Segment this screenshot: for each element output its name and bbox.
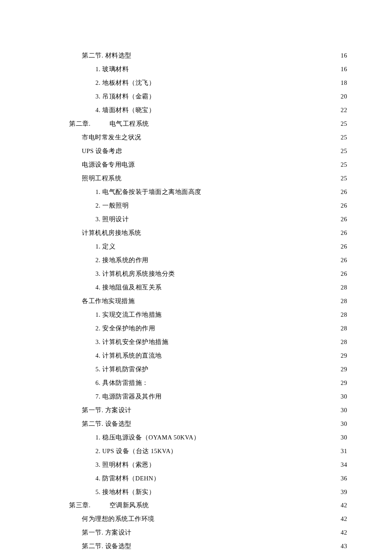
toc-page-number: 26 [341, 216, 348, 223]
toc-page-number: 25 [341, 120, 348, 127]
toc-page-number: 22 [341, 107, 348, 114]
toc-entry: 第一节. 方案设计30 [48, 407, 347, 414]
toc-entry: 2. 一般照明26 [48, 202, 347, 209]
toc-label: 计算机机房接地系统 [82, 229, 141, 237]
toc-entry: 第一节. 方案设计42 [48, 529, 347, 536]
toc-entry: 3. 照明材料（索恩）34 [48, 461, 347, 468]
toc-entry: UPS 设备考虑25 [48, 147, 347, 155]
toc-entry: 2. 接地系统的作用26 [48, 257, 347, 264]
toc-entry: 4. 防雷材料（DEHN）36 [48, 475, 347, 482]
toc-entry: 4. 墙面材料（晓宝）22 [48, 107, 347, 114]
toc-entry: 电源设备专用电源25 [48, 161, 347, 168]
toc-page-number: 26 [341, 270, 348, 278]
table-of-contents: 第二节. 材料选型161. 玻璃材料162. 地板材料（沈飞）183. 吊顶材料… [48, 52, 347, 555]
toc-label: 3. 计算机机房系统接地分类 [95, 270, 175, 278]
toc-entry: 5. 计算机防雷保护29 [48, 366, 347, 373]
toc-label: 7. 电源防雷器及其作用 [95, 393, 162, 400]
toc-page-number: 26 [341, 188, 348, 196]
toc-label: 3. 照明材料（索恩） [95, 461, 155, 468]
toc-page-number: 20 [341, 93, 348, 100]
toc-page-number: 16 [341, 66, 348, 73]
toc-label: 4. 墙面材料（晓宝） [95, 107, 155, 114]
toc-page-number: 30 [341, 393, 348, 400]
document-page: 第二节. 材料选型161. 玻璃材料162. 地板材料（沈飞）183. 吊顶材料… [0, 0, 392, 555]
toc-entry: 照明工程系统25 [48, 175, 347, 182]
toc-page-number: 28 [341, 338, 348, 346]
toc-page-number: 28 [341, 284, 348, 291]
toc-label: 5. 计算机防雷保护 [95, 366, 149, 373]
toc-page-number: 42 [341, 502, 348, 509]
toc-page-number: 29 [341, 352, 348, 359]
toc-entry: 各工作地实现措施28 [48, 298, 347, 305]
toc-page-number: 18 [341, 79, 348, 87]
toc-label: 4. 防雷材料（DEHN） [95, 475, 160, 482]
toc-entry: 7. 电源防雷器及其作用30 [48, 393, 347, 400]
toc-entry: 4. 计算机系统的直流地29 [48, 352, 347, 359]
toc-entry: 1. 定义26 [48, 243, 347, 250]
toc-label: 2. 一般照明 [95, 202, 129, 209]
toc-entry: 3. 计算机机房系统接地分类26 [48, 270, 347, 278]
toc-label: 1. 稳压电源设备（OYAMA 50KVA） [95, 434, 200, 441]
toc-entry: 何为理想的系统工作环境42 [48, 515, 347, 523]
toc-page-number: 30 [341, 420, 348, 428]
toc-page-number: 25 [341, 161, 348, 168]
toc-label: 2. UPS 设备（台达 15KVA） [95, 448, 177, 455]
toc-page-number: 29 [341, 379, 348, 387]
toc-page-number: 36 [341, 475, 348, 482]
toc-label: 6. 具体防雷措施： [95, 379, 149, 387]
toc-page-number: 28 [341, 325, 348, 332]
toc-label-tail: 电气工程系统 [110, 120, 149, 127]
toc-label: 市电时常发生之状况 [82, 134, 141, 141]
toc-entry: 5. 接地材料（新实）39 [48, 489, 347, 496]
toc-entry: 第二章.电气工程系统25 [48, 120, 347, 127]
toc-page-number: 25 [341, 175, 348, 182]
toc-label: 何为理想的系统工作环境 [82, 515, 155, 523]
toc-label: 2. 地板材料（沈飞） [95, 79, 155, 87]
toc-entry: 第二节. 材料选型16 [48, 52, 347, 59]
toc-entry: 4. 接地阻值及相互关系28 [48, 284, 347, 291]
toc-label: 1. 定义 [95, 243, 115, 250]
toc-entry: 3. 计算机安全保护地措施28 [48, 338, 347, 346]
toc-entry: 市电时常发生之状况25 [48, 134, 347, 141]
toc-page-number: 42 [341, 529, 348, 536]
toc-entry: 2. 安全保护地的作用28 [48, 325, 347, 332]
toc-page-number: 43 [341, 543, 348, 550]
toc-label: 照明工程系统 [82, 175, 121, 182]
toc-entry: 第三章.空调新风系统42 [48, 502, 347, 509]
toc-page-number: 28 [341, 298, 348, 305]
toc-entry: 1. 稳压电源设备（OYAMA 50KVA）30 [48, 434, 347, 441]
toc-page-number: 25 [341, 147, 348, 155]
toc-page-number: 31 [341, 448, 348, 455]
toc-label: 2. 安全保护地的作用 [95, 325, 155, 332]
toc-label: 1. 玻璃材料 [95, 66, 129, 73]
toc-label: 2. 接地系统的作用 [95, 257, 149, 264]
toc-label: 第二节. 材料选型 [82, 52, 132, 59]
toc-label: 3. 照明设计 [95, 216, 129, 223]
toc-label: 4. 接地阻值及相互关系 [95, 284, 162, 291]
toc-entry: 1. 实现交流工作地措施28 [48, 311, 347, 318]
toc-label: 1. 电气配备按装于墙面之离地面高度 [95, 188, 202, 196]
toc-page-number: 16 [341, 52, 348, 59]
toc-page-number: 39 [341, 489, 348, 496]
toc-entry: 计算机机房接地系统26 [48, 229, 347, 237]
toc-entry: 3. 吊顶材料（金霸）20 [48, 93, 347, 100]
toc-label: 第二章. [69, 120, 91, 127]
toc-label: 电源设备专用电源 [82, 161, 135, 168]
toc-label: 4. 计算机系统的直流地 [95, 352, 162, 359]
toc-page-number: 28 [341, 311, 348, 318]
toc-label: 5. 接地材料（新实） [95, 489, 155, 496]
toc-page-number: 30 [341, 407, 348, 414]
toc-entry: 第二节. 设备选型30 [48, 420, 347, 428]
toc-page-number: 34 [341, 461, 348, 468]
toc-label: UPS 设备考虑 [82, 147, 122, 155]
toc-label: 各工作地实现措施 [82, 298, 135, 305]
toc-label: 第二节. 设备选型 [82, 543, 132, 550]
toc-label: 第三章. [69, 502, 91, 509]
toc-page-number: 26 [341, 229, 348, 237]
toc-page-number: 26 [341, 202, 348, 209]
toc-page-number: 42 [341, 515, 348, 523]
toc-label: 第二节. 设备选型 [82, 420, 132, 428]
toc-entry: 6. 具体防雷措施：29 [48, 379, 347, 387]
toc-page-number: 29 [341, 366, 348, 373]
toc-label-tail: 空调新风系统 [110, 502, 149, 509]
